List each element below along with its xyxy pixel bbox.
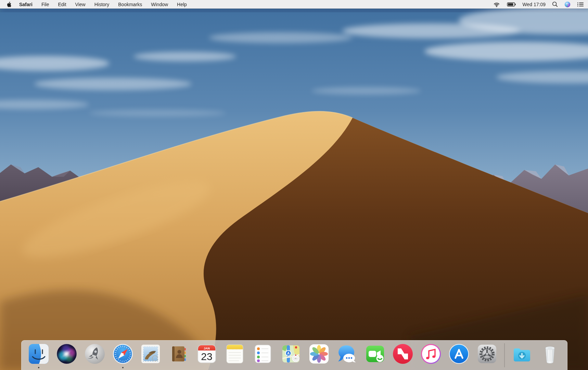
dock-item-safari[interactable] — [112, 343, 134, 365]
menu-item-view[interactable]: View — [71, 0, 90, 9]
menu-item-history[interactable]: History — [90, 0, 114, 9]
dock-item-facetime[interactable] — [364, 343, 386, 365]
siri-orb-icon — [56, 343, 78, 365]
notes-icon — [224, 343, 246, 365]
news-icon — [392, 343, 414, 365]
dock-item-notes[interactable] — [224, 343, 246, 365]
menu-item-file[interactable]: File — [37, 0, 54, 9]
menu-item-window[interactable]: Window — [146, 0, 172, 9]
dock-item-reminders[interactable] — [252, 343, 274, 365]
mail-stamp-icon — [140, 343, 162, 365]
svg-text:JAN: JAN — [204, 347, 210, 350]
safari-compass-icon — [112, 343, 134, 365]
siri-menu[interactable] — [564, 0, 571, 9]
dock-item-maps[interactable]: A 3D — [280, 343, 302, 365]
launchpad-rocket-icon — [84, 343, 106, 365]
apple-logo-icon — [7, 2, 11, 7]
facetime-camera-icon — [364, 343, 386, 365]
dock-item-itunes[interactable] — [420, 343, 442, 365]
spotlight-menu[interactable] — [552, 0, 558, 9]
reminders-icon — [252, 343, 274, 365]
battery-icon — [507, 2, 516, 7]
system-preferences-gear-icon — [476, 343, 498, 365]
wifi-icon — [493, 2, 500, 7]
dock-item-mail[interactable] — [140, 343, 162, 365]
menu-bar-clock[interactable]: Wed 17:09 — [523, 2, 546, 7]
contacts-book-icon — [168, 343, 190, 365]
trash-icon — [539, 343, 561, 365]
dock-item-finder[interactable] — [28, 343, 50, 365]
dock-item-news[interactable] — [392, 343, 414, 365]
siri-icon — [564, 1, 571, 8]
dock-separator — [504, 343, 505, 367]
downloads-folder-icon — [511, 343, 533, 365]
finder-icon — [28, 343, 50, 365]
dock-item-trash[interactable] — [539, 343, 561, 365]
dock-item-launchpad[interactable] — [84, 343, 106, 365]
dock-item-contacts[interactable] — [168, 343, 190, 365]
dock-item-photos[interactable] — [308, 343, 330, 365]
calendar-icon: JAN 23 — [196, 343, 218, 365]
notification-center-icon — [577, 2, 584, 7]
svg-text:3D: 3D — [294, 357, 297, 360]
dock-item-app-store[interactable] — [448, 343, 470, 365]
menu-bar-status: Wed 17:09 — [493, 0, 588, 9]
dock-item-downloads[interactable] — [511, 343, 533, 365]
menu-item-app-name[interactable]: Safari — [15, 0, 37, 9]
itunes-music-icon — [420, 343, 442, 365]
spotlight-search-icon — [552, 1, 558, 7]
menu-bar-left: Safari File Edit View History Bookmarks … — [0, 0, 191, 9]
maps-icon: A 3D — [280, 343, 302, 365]
macos-desktop-screen: Safari File Edit View History Bookmarks … — [0, 0, 588, 370]
menu-item-edit[interactable]: Edit — [53, 0, 71, 9]
svg-text:23: 23 — [201, 351, 213, 362]
running-indicator — [38, 367, 39, 368]
running-indicator — [122, 367, 124, 368]
app-store-icon — [448, 343, 470, 365]
svg-text:A: A — [287, 352, 290, 355]
photos-flower-icon — [308, 343, 330, 365]
messages-bubble-icon — [336, 343, 358, 365]
dock: JAN 23 — [21, 340, 567, 370]
mojave-wallpaper — [0, 0, 588, 370]
menu-item-help[interactable]: Help — [172, 0, 191, 9]
battery-menu[interactable] — [507, 0, 516, 9]
dock-item-calendar[interactable]: JAN 23 — [196, 343, 218, 365]
wifi-menu[interactable] — [493, 0, 500, 9]
menu-bar: Safari File Edit View History Bookmarks … — [0, 0, 588, 9]
menu-item-bookmarks[interactable]: Bookmarks — [114, 0, 146, 9]
dock-item-siri[interactable] — [56, 343, 78, 365]
apple-menu[interactable] — [6, 0, 15, 9]
dock-item-system-preferences[interactable] — [476, 343, 498, 365]
desktop[interactable] — [0, 0, 588, 370]
dock-item-messages[interactable] — [336, 343, 358, 365]
notification-center-menu[interactable] — [577, 0, 584, 9]
